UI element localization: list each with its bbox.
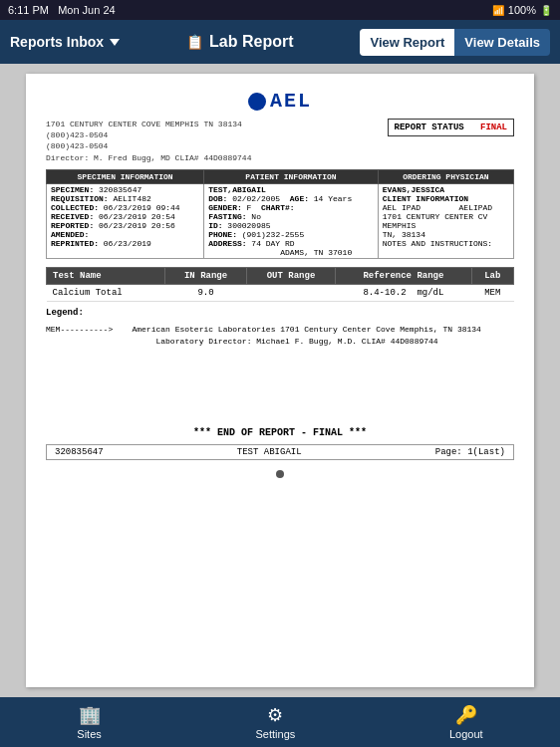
col-ref-range: Reference Range (336, 267, 471, 284)
patient-info-cell: TEST,ABIGAIL DOB: 02/02/2005 AGE: 14 Yea… (204, 183, 379, 258)
patient-city: ADAMS, TN 37010 (208, 248, 374, 257)
col-lab: Lab (471, 267, 513, 284)
legend-arrow: MEM----------> (46, 325, 113, 334)
result-test-name: Calcium Total (47, 284, 165, 301)
specimen-info-cell: SPECIMEN: 320835647 REQUISITION: AELIT48… (47, 183, 204, 258)
reports-inbox-label: Reports Inbox (10, 34, 104, 50)
ordering-info-cell: EVANS,JESSICA CLIENT INFORMATION AEL IPA… (378, 183, 513, 258)
reported-row: REPORTED: 06/23/2019 20:56 (51, 221, 199, 230)
collected-row: COLLECTED: 06/23/2019 09:44 (51, 203, 199, 212)
patient-address: ADDRESS: 74 DAY RD (208, 239, 374, 248)
settings-icon: ⚙ (267, 704, 283, 726)
ordering-header: ORDERING PHYSICIAN (378, 169, 513, 183)
result-lab: MEM (471, 284, 513, 301)
footer-patient: TEST ABIGAIL (237, 447, 302, 457)
status-bar: 6:11 PM Mon Jun 24 100% (0, 0, 560, 20)
patient-header: PATIENT INFORMATION (204, 169, 379, 183)
legend-text: American Esoteric Laboratories 1701 Cent… (132, 325, 480, 334)
address-phone1: (800)423-0504 (46, 129, 251, 140)
sites-label: Sites (77, 728, 101, 740)
legend-label: Legend: (46, 308, 514, 318)
client-address1: 1701 CENTURY CENTER CV (383, 212, 509, 221)
client-info-header: CLIENT INFORMATION (383, 194, 509, 203)
report-center-icon: 📋 (186, 34, 203, 50)
results-table: Test Name IN Range OUT Range Reference R… (46, 267, 514, 302)
report-document: AEL 1701 CENTURY CENTER COVE MEMPHIS TN … (26, 74, 534, 687)
amended-row: AMENDED: (51, 230, 199, 239)
patient-fasting: FASTING: No (208, 212, 374, 221)
received-row: RECEIVED: 06/23/2019 20:54 (51, 212, 199, 221)
footer-specimen: 320835647 (55, 447, 104, 457)
client-city: MEMPHIS (383, 221, 509, 230)
report-address-block: 1701 CENTURY CENTER COVE MEMPHIS TN 3813… (46, 119, 251, 163)
sites-icon: 🏢 (79, 704, 101, 726)
page-dot (276, 470, 284, 478)
report-status-row: 1701 CENTURY CENTER COVE MEMPHIS TN 3813… (46, 119, 514, 163)
client-state: TN, 38134 (383, 230, 509, 239)
address-line1: 1701 CENTURY CENTER COVE MEMPHIS TN 3813… (46, 119, 251, 129)
address-director: Director: M. Fred Bugg, MD CLIA# 44D0889… (46, 152, 251, 163)
ael-circle-icon (248, 93, 266, 111)
client-name-row: AEL IPAD AELIPAD (383, 203, 509, 212)
ael-logo: AEL (46, 90, 514, 113)
battery-icon (540, 4, 552, 16)
nav-title-label: Lab Report (209, 33, 293, 51)
result-out-range (246, 284, 335, 301)
wifi-icon (492, 4, 504, 16)
patient-phone: PHONE: (901)232-2555 (208, 230, 374, 239)
reports-inbox-nav[interactable]: Reports Inbox (10, 34, 120, 50)
nav-bar: Reports Inbox 📋 Lab Report View Report V… (0, 20, 560, 64)
specimen-row: SPECIMEN: 320835647 (51, 185, 199, 194)
report-footer-bar: 320835647 TEST ABIGAIL Page: 1(Last) (46, 444, 514, 460)
end-report-label: *** END OF REPORT - FINAL *** (46, 427, 514, 438)
view-details-button[interactable]: View Details (454, 29, 550, 56)
result-in-range: 9.0 (165, 284, 247, 301)
notes-label: NOTES AND INSTRUCTIONS: (383, 239, 509, 248)
patient-name: TEST,ABIGAIL (208, 185, 374, 194)
result-ref-range: 8.4-10.2 mg/dL (336, 284, 471, 301)
result-row: Calcium Total 9.0 8.4-10.2 mg/dL MEM (47, 284, 514, 301)
legend-section: Legend: MEM----------> American Esoteric… (46, 308, 514, 348)
logout-icon: 🔑 (455, 704, 477, 726)
legend-text2: Laboratory Director: Michael F. Bugg, M.… (155, 337, 437, 346)
bottom-nav: 🏢 Sites ⚙ Settings 🔑 Logout (0, 697, 560, 747)
address-phone2: (800)423-0504 (46, 140, 251, 151)
col-test-name: Test Name (47, 267, 165, 284)
legend-note: MEM----------> American Esoteric Laborat… (46, 324, 514, 348)
settings-label: Settings (256, 728, 296, 740)
logout-nav-item[interactable]: 🔑 Logout (449, 704, 483, 740)
nav-center-title: 📋 Lab Report (186, 33, 293, 51)
status-value: FINAL (480, 123, 507, 132)
info-table: SPECIMEN INFORMATION PATIENT INFORMATION… (46, 169, 514, 259)
ordering-physician-name: EVANS,JESSICA (383, 185, 509, 194)
report-header: AEL (46, 90, 514, 113)
main-content: AEL 1701 CENTURY CENTER COVE MEMPHIS TN … (0, 64, 560, 697)
specimen-header: SPECIMEN INFORMATION (47, 169, 204, 183)
col-in-range: IN Range (165, 267, 247, 284)
sites-nav-item[interactable]: 🏢 Sites (77, 704, 101, 740)
logout-label: Logout (449, 728, 483, 740)
patient-gender: GENDER: F CHART#: (208, 203, 374, 212)
status-label: REPORT STATUS (395, 123, 464, 132)
ael-text: AEL (270, 90, 312, 113)
nav-right-buttons: View Report View Details (360, 29, 550, 56)
battery-percent: 100% (508, 4, 536, 16)
footer-page: Page: 1(Last) (435, 447, 505, 457)
reprinted-row: REPRINTED: 06/23/2019 (51, 239, 199, 248)
report-status-box: REPORT STATUS FINAL (388, 119, 514, 136)
view-report-button[interactable]: View Report (360, 29, 454, 56)
col-out-range: OUT Range (246, 267, 335, 284)
page-indicator (46, 470, 514, 481)
status-time: 6:11 PM Mon Jun 24 (8, 4, 116, 16)
patient-id: ID: 300020985 (208, 221, 374, 230)
requisition-row: REQUISITION: AELIT482 (51, 194, 199, 203)
dropdown-arrow-icon (110, 39, 120, 46)
settings-nav-item[interactable]: ⚙ Settings (256, 704, 296, 740)
patient-dob: DOB: 02/02/2005 AGE: 14 Years (208, 194, 374, 203)
